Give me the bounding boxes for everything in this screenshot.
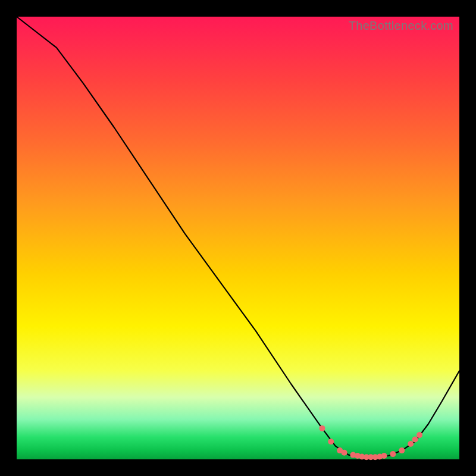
marker-dot [319,425,325,431]
marker-dot [390,451,396,457]
chart-svg [17,17,459,459]
chart-frame: TheBottleneck.com [0,0,476,476]
marker-dot [412,437,418,443]
marker-dot [408,441,414,447]
marker-group [319,425,422,460]
bottleneck-curve [17,17,459,457]
plot-area: TheBottleneck.com [17,17,459,459]
marker-dot [381,453,387,459]
marker-dot [399,447,405,453]
marker-dot [328,439,334,444]
marker-dot [342,450,347,456]
marker-dot [416,432,422,438]
